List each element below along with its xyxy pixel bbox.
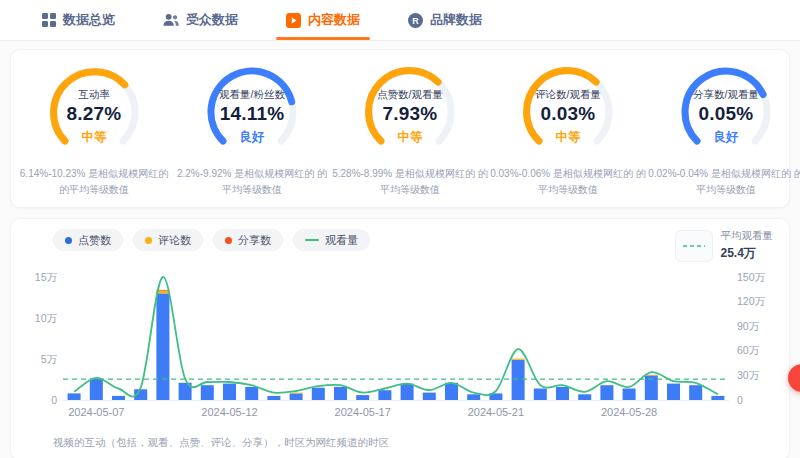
tab-label: 品牌数据: [430, 11, 482, 29]
average-views-legend: 平均观看量 25.4万: [675, 229, 774, 262]
bar-点赞数[interactable]: [223, 384, 236, 400]
gauge-benchmark-note: 6.14%-10.23% 是相似规模网红的 的平均等级数值: [15, 166, 173, 197]
tab-content-data[interactable]: 内容数据: [262, 0, 384, 40]
gauge-readout: 分享数/观看量0.05%良好: [661, 58, 791, 158]
bar-点赞数[interactable]: [312, 388, 325, 400]
gauge-title: 点赞数/观看量: [377, 88, 443, 102]
bar-点赞数[interactable]: [267, 396, 280, 400]
bar-点赞数[interactable]: [534, 389, 547, 401]
legend-dot: [145, 237, 152, 244]
x-axis-date-label: 2024-05-17: [335, 406, 391, 418]
legend-line-swatch: [305, 239, 319, 241]
gauge-benchmark-note: 0.03%-0.06% 是相似规模网红的 的平均等级数值: [489, 166, 647, 197]
legend-item-2[interactable]: 评论数: [133, 229, 203, 251]
gauge-title: 评论数/观看量: [535, 88, 601, 102]
right-axis-tick: 30万: [737, 369, 760, 381]
bar-line-chart[interactable]: 15万10万5万0150万120万90万60万30万02024-05-07202…: [25, 262, 775, 428]
bar-点赞数[interactable]: [689, 385, 702, 400]
x-axis-date-label: 2024-05-12: [201, 406, 257, 418]
svg-text:R: R: [412, 15, 419, 25]
bar-点赞数[interactable]: [245, 387, 258, 400]
video-icon: [286, 13, 301, 28]
gauge-1: 互动率8.27%中等6.14%-10.23% 是相似规模网红的 的平均等级数值: [15, 58, 173, 197]
gauge-benchmark-note: 5.28%-8.99% 是相似规模网红的 的平均等级数值: [331, 166, 489, 197]
right-axis-tick: 120万: [737, 295, 766, 307]
legend-dot: [225, 237, 232, 244]
bar-点赞数[interactable]: [512, 360, 525, 400]
gauge-value: 14.11%: [220, 103, 285, 125]
legend-item-1[interactable]: 点赞数: [53, 229, 123, 251]
bar-点赞数[interactable]: [356, 395, 369, 400]
gauge-value: 0.03%: [541, 103, 596, 125]
bar-点赞数[interactable]: [90, 379, 103, 400]
tab-brand-data[interactable]: R 品牌数据: [384, 0, 506, 40]
bar-点赞数[interactable]: [467, 394, 480, 400]
legend-label: 点赞数: [78, 233, 111, 248]
bar-点赞数[interactable]: [201, 385, 214, 400]
top-nav: 数据总览 受众数据 内容数据 R 品牌数据: [0, 0, 800, 41]
right-axis-tick: 150万: [737, 271, 766, 283]
gauge-value: 7.93%: [383, 103, 438, 125]
audience-icon: [163, 13, 179, 27]
average-views-value: 25.4万: [721, 245, 774, 262]
gauge-benchmark-note: 0.02%-0.04% 是相似规模网红的 的平均等级数值: [647, 166, 800, 197]
left-axis-tick: 5万: [41, 353, 58, 365]
gauge-status-badge: 良好: [714, 129, 739, 146]
bar-点赞数[interactable]: [711, 396, 724, 400]
legend-label: 观看量: [325, 233, 358, 248]
brand-r-icon: R: [408, 13, 423, 28]
left-axis-tick: 0: [51, 394, 57, 406]
left-axis-tick: 10万: [35, 312, 58, 324]
bar-点赞数[interactable]: [334, 387, 347, 400]
bar-点赞数[interactable]: [401, 384, 414, 400]
gauge-value: 8.27%: [67, 103, 122, 125]
gauge-arc: 分享数/观看量0.05%良好: [661, 58, 791, 158]
gauge-4: 评论数/观看量0.03%中等0.03%-0.06% 是相似规模网红的 的平均等级…: [489, 58, 647, 197]
bar-点赞数[interactable]: [556, 387, 569, 400]
legend-item-3[interactable]: 分享数: [213, 229, 283, 251]
bar-点赞数[interactable]: [112, 396, 125, 400]
bar-评论数[interactable]: [512, 359, 525, 360]
bar-点赞数[interactable]: [156, 293, 169, 400]
gauge-readout: 点赞数/观看量7.93%中等: [345, 58, 475, 158]
gauge-status-badge: 良好: [240, 129, 265, 146]
gauge-readout: 互动率8.27%中等: [29, 58, 159, 158]
bar-点赞数[interactable]: [445, 383, 458, 400]
gauge-readout: 评论数/观看量0.03%中等: [503, 58, 633, 158]
chart-footnote: 视频的互动（包括，观看、点赞、评论、分享），时区为网红频道的时区: [53, 436, 775, 450]
gauge-readout: 观看量/粉丝数14.11%良好: [187, 58, 317, 158]
tab-label: 数据总览: [63, 11, 115, 29]
left-axis-tick: 15万: [35, 271, 58, 283]
right-axis-tick: 60万: [737, 344, 760, 356]
gauge-arc: 观看量/粉丝数14.11%良好: [187, 58, 317, 158]
x-axis-date-label: 2024-05-21: [468, 406, 524, 418]
average-line-swatch: [675, 230, 713, 262]
bar-点赞数[interactable]: [378, 390, 391, 400]
bar-点赞数[interactable]: [623, 389, 636, 401]
gauge-2: 观看量/粉丝数14.11%良好2.2%-9.92% 是相似规模网红的 的平均等级…: [173, 58, 331, 197]
bar-评论数[interactable]: [290, 393, 303, 394]
bar-点赞数[interactable]: [68, 393, 81, 400]
gauge-arc: 互动率8.27%中等: [29, 58, 159, 158]
grid-icon: [42, 13, 56, 27]
main-content: 互动率8.27%中等6.14%-10.23% 是相似规模网红的 的平均等级数值观…: [0, 41, 800, 458]
gauge-benchmark-note: 2.2%-9.92% 是相似规模网红的 的平均等级数值: [173, 166, 331, 197]
tab-label: 受众数据: [186, 11, 238, 29]
legend-item-4[interactable]: 观看量: [293, 229, 370, 251]
bar-点赞数[interactable]: [667, 384, 680, 400]
engagement-chart-card: 点赞数评论数分享数观看量 平均观看量 25.4万 15万10万5万0150万12…: [10, 218, 790, 458]
bar-点赞数[interactable]: [600, 385, 613, 400]
gauge-5: 分享数/观看量0.05%良好0.02%-0.04% 是相似规模网红的 的平均等级…: [647, 58, 800, 197]
x-axis-date-label: 2024-05-28: [601, 406, 657, 418]
bar-点赞数[interactable]: [290, 393, 303, 400]
x-axis-date-label: 2024-05-07: [68, 406, 124, 418]
chart-legend: 点赞数评论数分享数观看量: [25, 229, 370, 251]
gauge-title: 分享数/观看量: [693, 88, 759, 102]
bar-点赞数[interactable]: [578, 394, 591, 400]
tab-data-overview[interactable]: 数据总览: [18, 0, 139, 40]
tab-audience-data[interactable]: 受众数据: [139, 0, 262, 40]
bar-点赞数[interactable]: [423, 393, 436, 400]
average-views-label: 平均观看量: [721, 229, 774, 243]
legend-label: 分享数: [238, 233, 271, 248]
gauge-arc: 评论数/观看量0.03%中等: [503, 58, 633, 158]
